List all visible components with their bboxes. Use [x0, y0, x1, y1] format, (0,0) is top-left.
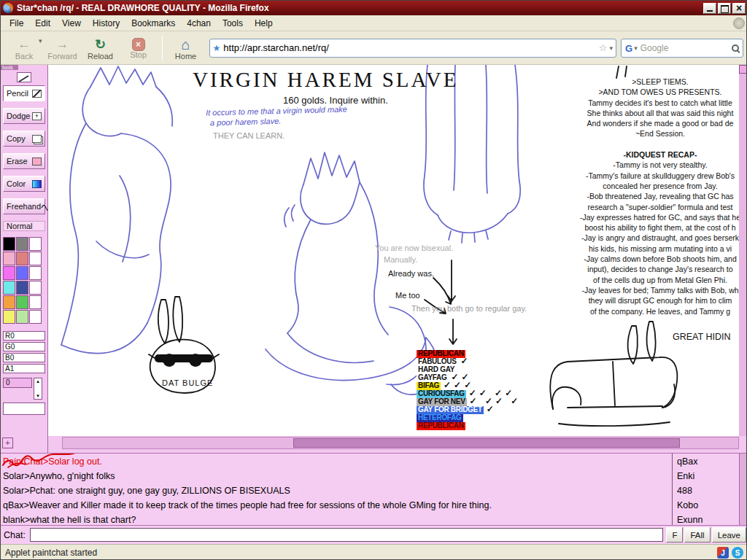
panel-empty-box [3, 402, 45, 415]
palette-swatch[interactable] [3, 310, 15, 324]
palette-swatch[interactable] [16, 252, 28, 265]
java-icon[interactable] [717, 547, 729, 559]
palette-swatch[interactable] [16, 237, 28, 251]
menu-item[interactable]: History [87, 16, 125, 31]
recap-line: Tammy decides it's best to catch what li… [550, 98, 739, 108]
blend-mode-selector[interactable]: Normal [3, 221, 45, 231]
tool-color-button[interactable]: Color [3, 176, 45, 192]
user-list-item[interactable]: qBax [677, 454, 739, 469]
menu-item[interactable]: Edit [29, 16, 56, 31]
palette-swatch[interactable] [29, 281, 42, 295]
url-input[interactable] [223, 42, 597, 53]
menu-item[interactable]: Tools [217, 16, 249, 31]
title-bar[interactable]: Star*chan /rq/ - REAL DRAWHORE QUALITY -… [1, 1, 747, 15]
url-dropdown-icon[interactable]: ▾ [609, 44, 613, 52]
gay-chart: REPUBLICAN FABULOUS✓ HARD GAY GAYFAG✓✓ B… [417, 349, 521, 429]
menu-item[interactable]: View [56, 16, 87, 31]
chat-scrollbar[interactable] [739, 454, 747, 526]
window-title: Star*chan /rq/ - REAL DRAWHORE QUALITY -… [17, 3, 703, 13]
palette-swatch[interactable] [3, 266, 15, 280]
chat-button[interactable]: FAll [684, 527, 710, 542]
chat-button[interactable]: Leave [712, 527, 746, 542]
tool-pencil-button[interactable]: Pencil [3, 85, 45, 101]
canvas-plus-button[interactable]: + [2, 438, 13, 448]
canvas-note-line2: a poor harem slave. [210, 117, 281, 128]
recap-line: concealed her presence from Jay. [550, 181, 739, 191]
menu-item[interactable]: File [4, 16, 29, 31]
menu-item[interactable]: Bookmarks [125, 16, 181, 31]
tool-freehand-button[interactable]: Freehand [3, 198, 45, 214]
chat-input[interactable] [30, 528, 664, 542]
paint-canvas[interactable]: VIRGIN HAREM SLAVE 160 golds. Inquire wi… [48, 65, 739, 436]
palette-swatch[interactable] [3, 295, 15, 309]
value-box[interactable]: 0 [3, 378, 32, 388]
forward-button[interactable]: Forward [44, 35, 82, 61]
home-button[interactable]: Home [167, 35, 205, 61]
stop-button[interactable]: Stop [120, 36, 158, 59]
line-tool-icon[interactable] [17, 72, 31, 82]
canvas-vertical-scrollbar[interactable] [739, 65, 747, 436]
browser-window: Star*chan /rq/ - REAL DRAWHORE QUALITY -… [0, 0, 747, 560]
palette-swatch[interactable] [3, 281, 15, 295]
palette-swatch[interactable] [3, 252, 15, 265]
tool-freehand-label: Freehand [7, 202, 41, 211]
recap-line: And wonders if she made a good or bad de [550, 118, 739, 128]
close-button[interactable] [732, 3, 746, 14]
search-magnifier-icon[interactable] [732, 44, 739, 52]
value-spinner[interactable] [34, 378, 42, 400]
palette-swatch[interactable] [16, 266, 28, 280]
canvas-horizontal-scrollbar[interactable] [62, 437, 739, 449]
chat-log[interactable]: PaintChat>Solar log out.Solar>Anywho, g'… [1, 453, 747, 525]
menu-item[interactable]: Help [249, 16, 279, 31]
canvas-regular-text: Then you both go to regular gay. [411, 304, 527, 313]
s-icon[interactable] [732, 547, 743, 559]
google-engine-icon[interactable] [625, 42, 632, 55]
palette-swatch[interactable] [29, 266, 42, 280]
erase-icon [32, 158, 42, 166]
chat-input-label: Chat: [4, 530, 26, 540]
paint-tools-panel: tools Pencil Dodge Copy Erase Color [1, 65, 48, 453]
channel-button[interactable]: B0 [3, 353, 45, 362]
palette-swatch[interactable] [29, 252, 42, 265]
canvas-scroll-button[interactable] [739, 65, 747, 74]
canvas-metoo-text: Me too [395, 291, 420, 300]
menu-item[interactable]: 4chan [181, 16, 217, 31]
tools-tab: tools [1, 65, 18, 70]
reload-button[interactable]: Reload [82, 35, 120, 61]
url-bar[interactable]: ★ ☆ ▾ [209, 39, 616, 58]
tool-erase-button[interactable]: Erase [3, 153, 45, 169]
palette-swatch[interactable] [3, 237, 15, 251]
minimize-button[interactable] [703, 3, 716, 14]
maximize-button[interactable] [718, 3, 731, 14]
recap-line: -KIDQUEST RECAP- [550, 149, 739, 160]
bookmark-star-icon[interactable]: ☆ [599, 42, 608, 53]
canvas-bisexual-text1: You are now bisexual. [375, 244, 453, 252]
recap-line: -Tammy is not very stealthy. [550, 160, 739, 170]
back-button[interactable]: Back [5, 35, 43, 61]
user-list-item[interactable]: 488 [677, 483, 739, 498]
channel-button[interactable]: G0 [3, 342, 45, 351]
user-list-item[interactable]: Kobo [677, 498, 739, 513]
palette-swatch[interactable] [29, 295, 42, 309]
user-list-item[interactable]: Enki [677, 469, 739, 483]
chat-button[interactable]: F [666, 527, 683, 542]
channel-button[interactable]: A1 [3, 364, 45, 373]
canvas-scrollbar-thumb[interactable] [293, 438, 680, 448]
recap-line: -Jay leaves for bed; Tammy talks with Bo… [550, 285, 739, 295]
palette-swatch[interactable] [16, 281, 28, 295]
recap-line: >SLEEP TIEMS. [550, 77, 739, 87]
search-bar[interactable]: ▾ [621, 39, 743, 58]
firefox-icon [3, 3, 13, 13]
palette-swatch[interactable] [16, 295, 28, 309]
tool-dodge-button[interactable]: Dodge [3, 108, 45, 124]
canvas-dat-bulge-text: DAT BULGE [162, 378, 213, 387]
tool-copy-button[interactable]: Copy [3, 131, 45, 147]
channel-button[interactable]: R0 [3, 331, 45, 341]
search-engine-dropdown[interactable]: ▾ [634, 44, 638, 52]
search-input[interactable] [640, 43, 732, 53]
palette-swatch[interactable] [16, 310, 28, 324]
palette-swatch[interactable] [29, 237, 42, 251]
palette-swatch[interactable] [29, 310, 42, 324]
red-scribble [1, 454, 147, 471]
status-text: Applet paintchat started [5, 548, 717, 558]
